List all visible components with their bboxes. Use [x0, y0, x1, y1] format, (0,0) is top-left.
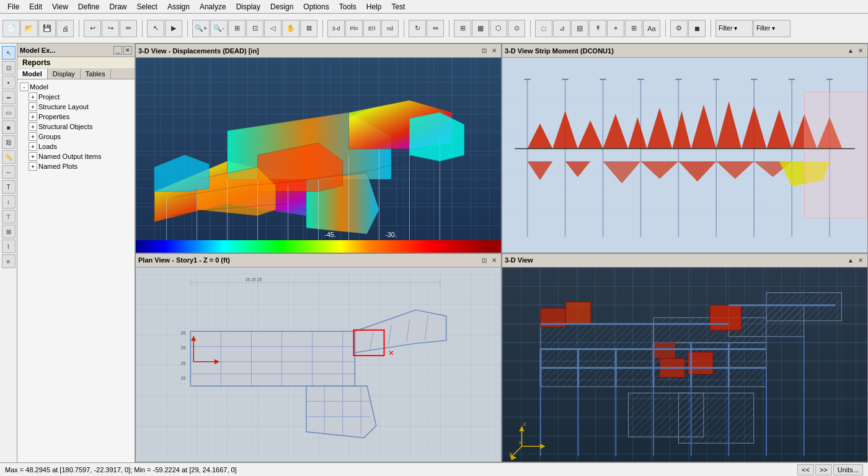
explorer-close[interactable]: ✕: [123, 46, 132, 55]
tab-tables[interactable]: Tables: [81, 69, 111, 79]
menu-file[interactable]: File: [2, 1, 24, 12]
run-analysis-button[interactable]: ⚙: [670, 20, 688, 37]
pointer-tool[interactable]: ↕: [2, 195, 16, 209]
menu-assign[interactable]: Assign: [162, 1, 195, 12]
units-button[interactable]: Units...: [833, 464, 863, 475]
nd-button[interactable]: nd: [381, 20, 399, 37]
spring-tool[interactable]: ⊞: [2, 225, 16, 238]
view-axes-button[interactable]: ⌖: [607, 20, 624, 37]
tree-item-structure-layout[interactable]: + Structure Layout: [20, 102, 132, 112]
view-expand-plan[interactable]: ⊡: [480, 256, 489, 264]
tree-expand-structural-objects[interactable]: +: [29, 122, 37, 131]
menu-edit[interactable]: Edit: [24, 1, 47, 12]
tree-root[interactable]: - Model: [20, 82, 132, 92]
display3-button[interactable]: ⬡: [490, 20, 507, 37]
select-tool[interactable]: ↖: [2, 46, 16, 60]
view-grid-button[interactable]: ⊞: [625, 20, 642, 37]
pan-button[interactable]: ✋: [282, 20, 299, 37]
edit-button[interactable]: ✏: [120, 20, 137, 37]
tendon-tool[interactable]: ⌇: [2, 240, 16, 253]
link-tool[interactable]: ⛓: [2, 135, 16, 149]
rotate-button[interactable]: ↻: [409, 20, 426, 37]
tree-item-properties[interactable]: + Properties: [20, 112, 132, 122]
tree-expand-named-output[interactable]: +: [29, 152, 37, 161]
new-button[interactable]: 📄: [2, 20, 20, 37]
tree-item-structural-objects[interactable]: + Structural Objects: [20, 122, 132, 132]
elev-button[interactable]: El⌇: [363, 20, 381, 37]
view-close-displacement[interactable]: ✕: [490, 47, 498, 55]
save-button[interactable]: 💾: [38, 20, 56, 37]
mirror-button[interactable]: ⇔: [427, 20, 444, 37]
tree-expand-loads[interactable]: +: [29, 142, 37, 151]
tree-expand-project[interactable]: +: [29, 92, 37, 101]
view-canvas-strip-moment[interactable]: [502, 58, 867, 253]
tree-expand-groups[interactable]: +: [29, 132, 37, 141]
filter2-dropdown[interactable]: Filter ▾: [753, 20, 790, 37]
tree-item-project[interactable]: + Project: [20, 92, 132, 102]
menu-display[interactable]: Display: [231, 1, 265, 12]
area-tool[interactable]: ▭: [2, 106, 16, 119]
explorer-minimize[interactable]: _: [113, 46, 122, 55]
select-all-button[interactable]: ⊠: [300, 20, 317, 37]
undo-button[interactable]: ↩: [84, 20, 101, 37]
display4-button[interactable]: ⊙: [508, 20, 525, 37]
plan-button[interactable]: Pl≡: [345, 20, 363, 37]
nav-next-button[interactable]: >>: [815, 464, 832, 475]
stop-button[interactable]: ⏹: [688, 20, 706, 37]
tree-item-groups[interactable]: + Groups: [20, 132, 132, 141]
new-view-button[interactable]: □: [535, 20, 552, 37]
menu-view[interactable]: View: [47, 1, 73, 12]
menu-define[interactable]: Define: [73, 1, 105, 12]
menu-design[interactable]: Design: [265, 1, 298, 12]
zoom-in-button[interactable]: 🔍+: [192, 20, 210, 37]
tree-item-loads[interactable]: + Loads: [20, 141, 132, 151]
view-canvas-plan[interactable]: 25 25 25: [136, 267, 501, 462]
tree-item-named-output[interactable]: + Named Output Items: [20, 151, 132, 161]
run-button[interactable]: ▶: [165, 20, 182, 37]
menu-draw[interactable]: Draw: [105, 1, 132, 12]
tree-expand-named-plots[interactable]: +: [29, 162, 37, 171]
solid-tool[interactable]: ■: [2, 120, 16, 134]
view-load-button[interactable]: ↟: [589, 20, 606, 37]
view-close-plan[interactable]: ✕: [490, 256, 498, 264]
menu-select[interactable]: Select: [132, 1, 162, 12]
frame-tool[interactable]: ━: [2, 91, 16, 104]
dimension-tool[interactable]: ↔: [2, 165, 16, 179]
view-close-3d[interactable]: ✕: [856, 256, 865, 264]
redo-button[interactable]: ↪: [102, 20, 119, 37]
display2-button[interactable]: ▦: [472, 20, 489, 37]
3d-button[interactable]: 3-d: [327, 20, 345, 37]
tree-expand-properties[interactable]: +: [29, 112, 37, 121]
view-expand-strip-moment[interactable]: ▲: [846, 47, 855, 55]
tree-expand-structure[interactable]: +: [29, 102, 37, 111]
measure-tool[interactable]: 📏: [2, 150, 16, 164]
open-button[interactable]: 📂: [20, 20, 38, 37]
zoom-out-button[interactable]: 🔍-: [210, 20, 228, 37]
tab-display[interactable]: Display: [48, 69, 81, 79]
menu-analyze[interactable]: Analyze: [195, 1, 231, 12]
line-load-tool[interactable]: ≡: [2, 254, 16, 268]
view-canvas-3d-structure[interactable]: X Z Y: [502, 267, 867, 462]
menu-options[interactable]: Options: [298, 1, 334, 12]
menu-help[interactable]: Help: [361, 1, 387, 12]
tab-model[interactable]: Model: [17, 69, 48, 79]
view-prop-button[interactable]: ⊿: [553, 20, 570, 37]
zoom-window-button[interactable]: ⊞: [228, 20, 246, 37]
view-label-button[interactable]: Aa: [643, 20, 660, 37]
menu-tools[interactable]: Tools: [334, 1, 361, 12]
view-canvas-displacement[interactable]: -45. -30.: [136, 58, 501, 253]
tree-expand-root[interactable]: -: [20, 83, 29, 91]
reports-label[interactable]: Reports: [22, 58, 50, 67]
rubber-band-tool[interactable]: ⊡: [2, 61, 16, 74]
tree-item-named-plots[interactable]: + Named Plots: [20, 161, 132, 171]
view-save-button[interactable]: ▤: [571, 20, 588, 37]
text-tool[interactable]: T: [2, 180, 16, 194]
view-expand-3d[interactable]: ▲: [846, 256, 855, 264]
pointer-button[interactable]: ↖: [147, 20, 164, 37]
nav-prev-button[interactable]: <<: [797, 464, 814, 475]
menu-test[interactable]: Test: [386, 1, 410, 12]
zoom-fit-button[interactable]: ⊡: [246, 20, 264, 37]
node-tool[interactable]: •: [2, 76, 16, 89]
print-button[interactable]: 🖨: [56, 20, 74, 37]
zoom-prev-button[interactable]: ◁: [264, 20, 281, 37]
